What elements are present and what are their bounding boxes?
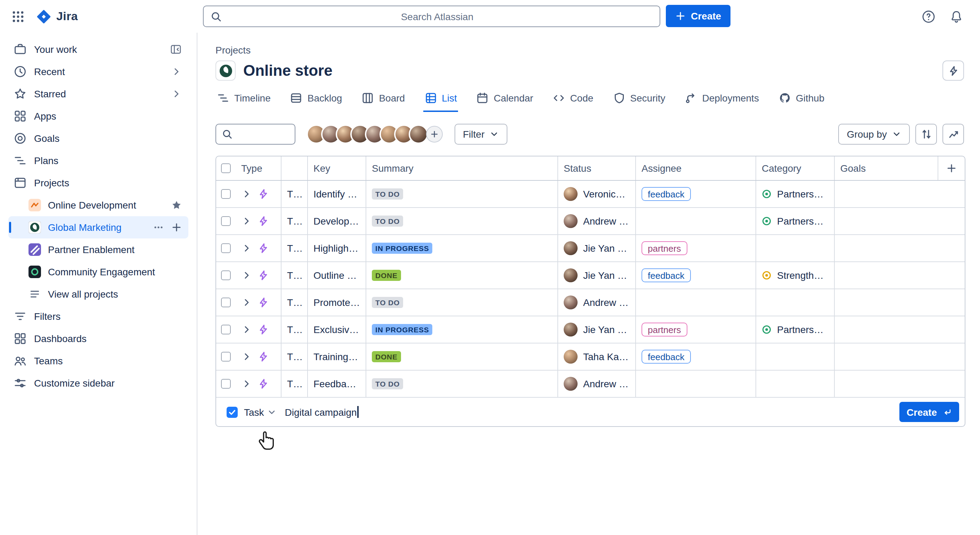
automation-button[interactable] bbox=[942, 61, 964, 81]
row-key[interactable]: TIC-008 bbox=[287, 378, 302, 389]
table-row[interactable]: TIC-005 Exclusive Access for Partners IN… bbox=[216, 316, 965, 344]
tab-code[interactable]: Code bbox=[551, 88, 595, 112]
row-summary[interactable]: Outline Benefits bbox=[313, 270, 360, 281]
sidebar-item-recent[interactable]: Recent bbox=[8, 61, 188, 83]
expand-chevron-icon[interactable] bbox=[241, 270, 252, 281]
column-header-summary[interactable]: Summary bbox=[366, 156, 557, 180]
app-switcher-button[interactable] bbox=[7, 5, 29, 27]
global-search[interactable] bbox=[203, 6, 660, 27]
starred-icon[interactable] bbox=[171, 199, 182, 211]
tab-github[interactable]: Github bbox=[777, 88, 826, 112]
filter-button[interactable]: Filter bbox=[455, 124, 508, 145]
sidebar-item-filters[interactable]: Filters bbox=[8, 305, 188, 328]
category-tag[interactable]: partners bbox=[641, 323, 687, 336]
expand-chevron-icon[interactable] bbox=[241, 297, 252, 308]
sidebar-item-goals[interactable]: Goals bbox=[8, 127, 188, 150]
assignee-name[interactable]: Andrew Park bbox=[583, 378, 630, 389]
status-badge[interactable]: DONE bbox=[372, 270, 401, 281]
category-tag[interactable]: feedback bbox=[641, 268, 691, 282]
column-header-status[interactable]: Status bbox=[557, 156, 635, 180]
row-checkbox[interactable] bbox=[221, 379, 231, 389]
column-header-assignee[interactable]: Assignee bbox=[635, 156, 756, 180]
assignee-name[interactable]: Jie Yan Song bbox=[583, 324, 630, 335]
sidebar-item-apps[interactable]: Apps bbox=[8, 105, 188, 127]
row-summary[interactable]: Identify Current Partner Challenges bbox=[313, 188, 360, 199]
tab-timeline[interactable]: Timeline bbox=[215, 88, 272, 112]
table-row[interactable]: TIC-002 Develop a Communication Platform… bbox=[216, 208, 965, 235]
sidebar-item-teams[interactable]: Teams bbox=[8, 350, 188, 372]
task-type-icon[interactable] bbox=[227, 406, 238, 417]
row-summary[interactable]: Highlight Partners bbox=[313, 243, 360, 254]
row-key[interactable]: TIC-002 bbox=[287, 215, 302, 227]
status-badge[interactable]: DONE bbox=[372, 351, 401, 363]
row-checkbox[interactable] bbox=[221, 298, 231, 307]
row-key[interactable]: TIC-001 bbox=[287, 188, 302, 199]
goal-name[interactable]: Partnership... bbox=[777, 215, 829, 227]
sidebar-item-customize[interactable]: Customize sidebar bbox=[8, 372, 188, 394]
table-row[interactable]: TIC-003 Promote Charitable Contributions… bbox=[216, 289, 965, 316]
expand-chevron-icon[interactable] bbox=[241, 188, 252, 199]
tab-list[interactable]: List bbox=[423, 88, 458, 112]
expand-chevron-icon[interactable] bbox=[241, 243, 252, 254]
sidebar-project-partner-enablement[interactable]: Partner Enablement bbox=[8, 239, 188, 261]
expand-chevron-icon[interactable] bbox=[241, 324, 252, 335]
insights-button[interactable] bbox=[942, 124, 964, 145]
global-search-input[interactable] bbox=[222, 11, 653, 22]
inline-create-button[interactable]: Create bbox=[900, 402, 959, 422]
category-tag[interactable]: feedback bbox=[641, 350, 691, 364]
assignee-name[interactable]: Veronica Rodrig... bbox=[583, 188, 630, 199]
table-row[interactable]: TIC-007 Outline Benefits DONE Jie Yan So… bbox=[216, 262, 965, 289]
status-badge[interactable]: TO DO bbox=[372, 215, 403, 227]
assignee-name[interactable]: Andrew Park bbox=[583, 297, 630, 308]
notifications-button[interactable] bbox=[945, 5, 967, 27]
assignee-name[interactable]: Jie Yan Song bbox=[583, 243, 630, 254]
expand-chevron-icon[interactable] bbox=[241, 351, 252, 362]
jira-logo[interactable]: Jira bbox=[33, 9, 81, 24]
sidebar-item-your-work[interactable]: Your work bbox=[8, 38, 188, 61]
goal-name[interactable]: Partnership... bbox=[777, 324, 829, 335]
assignee-name[interactable]: Jie Yan Song bbox=[583, 270, 630, 281]
help-button[interactable] bbox=[918, 5, 940, 27]
add-column-button[interactable] bbox=[938, 156, 964, 180]
sidebar-item-starred[interactable]: Starred bbox=[8, 83, 188, 105]
project-add-button[interactable] bbox=[171, 222, 182, 233]
sidebar-item-plans[interactable]: Plans bbox=[8, 150, 188, 172]
row-summary[interactable]: Feedback Mechanism bbox=[313, 378, 360, 389]
tab-deployments[interactable]: Deployments bbox=[683, 88, 760, 112]
row-key[interactable]: TIC-006 bbox=[287, 351, 302, 362]
row-checkbox[interactable] bbox=[221, 271, 231, 280]
status-badge[interactable]: TO DO bbox=[372, 378, 403, 390]
row-checkbox[interactable] bbox=[221, 189, 231, 199]
create-button[interactable]: Create bbox=[666, 5, 730, 27]
goal-name[interactable]: Strengthen P... bbox=[777, 270, 829, 281]
table-row[interactable]: TIC-001 Identify Current Partner Challen… bbox=[216, 181, 965, 208]
collapse-sidebar-button[interactable] bbox=[170, 43, 182, 56]
row-key[interactable]: TIC-005 bbox=[287, 324, 302, 335]
list-search[interactable] bbox=[215, 124, 295, 145]
column-header-type[interactable]: Type bbox=[235, 156, 281, 180]
row-key[interactable]: TIC-003 bbox=[287, 297, 302, 308]
status-badge[interactable]: IN PROGRESS bbox=[372, 243, 433, 254]
sidebar-project-online-development[interactable]: Online Development bbox=[8, 194, 188, 216]
column-header-key[interactable]: Key bbox=[307, 156, 366, 180]
sidebar-item-projects[interactable]: Projects bbox=[8, 172, 188, 194]
row-summary[interactable]: Exclusive Access for Partners bbox=[313, 324, 360, 335]
view-settings-button[interactable] bbox=[915, 124, 937, 145]
add-people-button[interactable] bbox=[426, 126, 443, 143]
column-header-category[interactable]: Category bbox=[756, 156, 834, 180]
assignee-name[interactable]: Taha Kandemir bbox=[583, 351, 630, 362]
chevron-down-icon[interactable] bbox=[267, 407, 277, 417]
summary-input[interactable]: Digital campaign bbox=[285, 406, 359, 418]
member-avatar[interactable] bbox=[409, 124, 428, 144]
status-badge[interactable]: TO DO bbox=[372, 188, 403, 200]
sidebar-project-global-marketing[interactable]: Global Marketing bbox=[8, 216, 188, 239]
row-checkbox[interactable] bbox=[221, 352, 231, 361]
assignee-name[interactable]: Andrew Park bbox=[583, 215, 630, 227]
row-summary[interactable]: Develop a Communication Platform bbox=[313, 215, 360, 227]
status-badge[interactable]: IN PROGRESS bbox=[372, 324, 433, 336]
sidebar-project-community-engagement[interactable]: Community Engagement bbox=[8, 261, 188, 283]
row-checkbox[interactable] bbox=[221, 216, 231, 226]
tab-backlog[interactable]: Backlog bbox=[289, 88, 344, 112]
row-checkbox[interactable] bbox=[221, 325, 231, 334]
issue-type-selector[interactable]: Task bbox=[244, 406, 264, 417]
